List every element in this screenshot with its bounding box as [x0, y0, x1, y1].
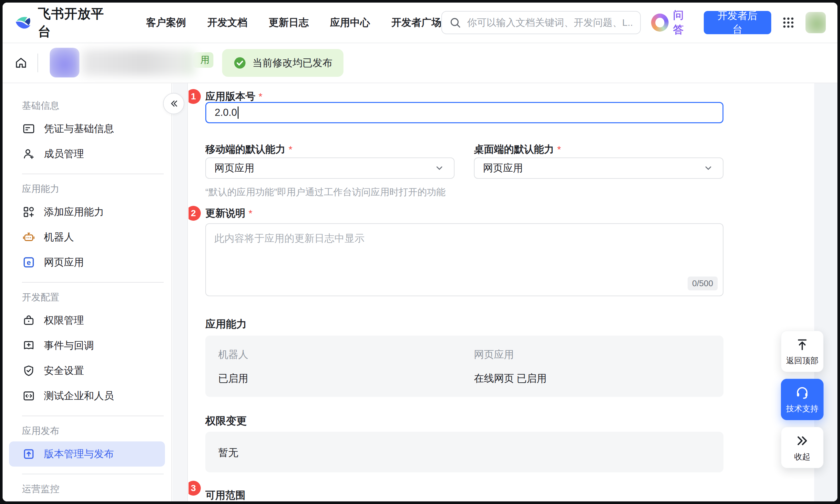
- desktop-capability-value: 网页应用: [483, 161, 701, 175]
- step-badge-3: 3: [189, 481, 201, 496]
- sidebar-collapse-button[interactable]: [163, 93, 184, 114]
- status-badge: 当前修改均已发布: [222, 49, 344, 77]
- mobile-capability-select[interactable]: 网页应用: [205, 158, 455, 179]
- permissions-card: 暂无: [205, 432, 723, 472]
- nav-item-dev-plaza[interactable]: 开发者广场: [391, 16, 441, 29]
- capabilities-card: 机器人 已启用 网页应用 在线网页 已启用: [205, 336, 723, 397]
- qa-entry[interactable]: 问答: [651, 8, 694, 37]
- field-changelog-label-row: 2 更新说明 *: [205, 206, 252, 221]
- qa-label: 问答: [673, 8, 694, 37]
- svg-text:e: e: [27, 258, 31, 267]
- shield-check-icon: [22, 364, 36, 378]
- chevron-down-icon: [433, 162, 446, 174]
- member-add-icon: [22, 147, 36, 161]
- step-badge-1: 1: [189, 89, 201, 104]
- primary-nav: 客户案例 开发文档 更新日志 应用中心 开发者广场: [146, 16, 441, 29]
- text-cursor: [238, 107, 239, 119]
- app-icon-blurred: [50, 48, 80, 77]
- sidebar-section-release: 应用发布: [22, 424, 171, 437]
- nav-item-app-center[interactable]: 应用中心: [330, 16, 370, 29]
- changelog-placeholder: 此内容将于应用的更新日志中显示: [214, 233, 365, 244]
- id-card-icon: [22, 122, 36, 136]
- version-label: 应用版本号: [205, 90, 255, 103]
- sidebar-divider: [22, 474, 164, 474]
- robot-icon: [22, 230, 36, 244]
- breadcrumb: 用 当前修改均已发布: [3, 43, 837, 83]
- developer-console-button[interactable]: 开发者后台: [704, 11, 771, 34]
- desktop-capability-label-wrap: 桌面端的默认能力*: [474, 143, 561, 156]
- changelog-label: 更新说明: [205, 206, 245, 220]
- add-capability-icon: [22, 205, 36, 219]
- avatar-blurred-image: [805, 12, 826, 33]
- breadcrumb-divider: [37, 54, 38, 72]
- platform-title: 飞书开放平台: [38, 5, 116, 40]
- window-frame: 飞书开放平台 客户案例 开发文档 更新日志 应用中心 开发者广场 你可以输入文档…: [0, 0, 840, 504]
- sidebar-divider: [22, 282, 164, 283]
- sidebar-item-web-app[interactable]: e 网页应用: [9, 250, 165, 275]
- char-counter: 0/500: [688, 276, 718, 290]
- sidebar-section-monitoring: 运营监控: [22, 482, 171, 496]
- capabilities-heading: 应用能力: [205, 317, 247, 331]
- web-app-icon: e: [22, 255, 36, 269]
- user-avatar[interactable]: [805, 12, 826, 33]
- headset-icon: [795, 385, 810, 400]
- back-to-top-icon: [795, 337, 810, 352]
- sidebar-item-add-capability[interactable]: 添加应用能力: [9, 199, 165, 224]
- sidebar-item-bot[interactable]: 机器人: [9, 224, 165, 250]
- back-to-top-button[interactable]: 返回顶部: [781, 331, 824, 372]
- mobile-capability-label-wrap: 移动端的默认能力*: [205, 143, 293, 156]
- navbar-right: 你可以输入文档关键词、开发问题、L... 问答 开发者后台: [441, 8, 826, 37]
- sidebar-item-events[interactable]: 事件与回调: [9, 333, 165, 358]
- platform-logo[interactable]: 飞书开放平台: [14, 5, 116, 40]
- nav-item-changelog[interactable]: 更新日志: [268, 16, 309, 29]
- tech-support-button[interactable]: 技术支持: [781, 379, 824, 420]
- version-form: 1 应用版本号 * 2.0.0 移动端的默认能力* 桌面端的默认能力* 网: [205, 83, 723, 501]
- collapse-panel-label: 收起: [794, 451, 810, 462]
- app-selector[interactable]: 用: [47, 45, 208, 81]
- web-capability: 网页应用 在线网页 已启用: [474, 348, 547, 385]
- apps-grid-icon[interactable]: [782, 15, 795, 30]
- sidebar-item-security[interactable]: 安全设置: [9, 358, 165, 383]
- qa-ring-icon: [651, 14, 669, 32]
- web-capability-status: 在线网页 已启用: [474, 372, 547, 385]
- version-input[interactable]: 2.0.0: [205, 102, 723, 123]
- published-status-text: 当前修改均已发布: [252, 56, 333, 70]
- permissions-heading: 权限变更: [205, 414, 247, 428]
- collapse-panel-button[interactable]: 收起: [781, 427, 824, 468]
- nav-item-docs[interactable]: 开发文档: [207, 16, 247, 29]
- sidebar-section-basic-info: 基础信息: [22, 99, 171, 112]
- step-badge-2: 2: [189, 206, 201, 221]
- sidebar-section-capabilities: 应用能力: [22, 182, 171, 196]
- back-to-top-label: 返回顶部: [786, 355, 818, 366]
- mobile-capability-value: 网页应用: [214, 161, 433, 175]
- lock-icon: [22, 313, 36, 327]
- required-asterisk: *: [259, 91, 262, 102]
- check-circle-icon: [233, 56, 247, 70]
- sidebar-item-permissions[interactable]: 权限管理: [9, 308, 165, 333]
- search-input[interactable]: 你可以输入文档关键词、开发问题、L...: [441, 11, 641, 34]
- top-navbar: 飞书开放平台 客户案例 开发文档 更新日志 应用中心 开发者广场 你可以输入文档…: [3, 3, 837, 43]
- scope-label: 可用范围: [205, 488, 245, 501]
- sidebar-item-test-org[interactable]: 测试企业和人员: [9, 383, 165, 409]
- desktop-capability-select[interactable]: 网页应用: [474, 158, 723, 179]
- double-chevron-left-icon: [169, 98, 179, 109]
- double-chevron-right-icon: [795, 433, 810, 448]
- floating-actions: 返回顶部 技术支持 收起: [781, 331, 824, 468]
- capability-labels-row: 移动端的默认能力* 桌面端的默认能力*: [205, 143, 723, 157]
- sidebar: 基础信息 凭证与基础信息 成员管理 应用能力 添加应用能力: [3, 83, 172, 501]
- field-scope-label-row: 3 可用范围: [205, 483, 245, 498]
- home-icon[interactable]: [14, 55, 28, 70]
- app-type-tag: 用: [193, 52, 213, 68]
- sidebar-divider: [22, 416, 164, 416]
- search-placeholder: 你可以输入文档关键词、开发问题、L...: [467, 16, 634, 29]
- changelog-textarea[interactable]: 此内容将于应用的更新日志中显示 0/500: [205, 223, 723, 296]
- code-test-icon: [22, 389, 36, 403]
- sidebar-item-members[interactable]: 成员管理: [9, 141, 165, 166]
- version-publish-icon: [22, 447, 36, 461]
- sidebar-item-version-release[interactable]: 版本管理与发布: [9, 442, 165, 467]
- sidebar-item-credentials[interactable]: 凭证与基础信息: [9, 116, 165, 141]
- feishu-logo-icon: [14, 13, 33, 32]
- permissions-empty-text: 暂无: [218, 446, 238, 460]
- nav-item-cases[interactable]: 客户案例: [146, 16, 186, 29]
- capability-hint: “默认的应用功能”即用户通过工作台访问应用时打开的功能: [205, 186, 445, 199]
